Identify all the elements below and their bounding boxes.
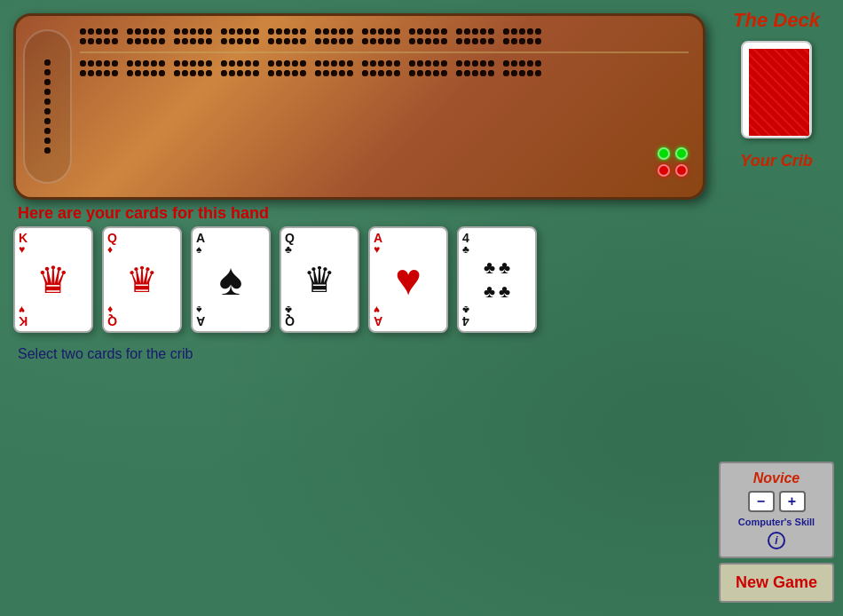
card-center-queen-c: ♛ [303, 259, 335, 300]
new-game-button[interactable]: New Game [719, 563, 834, 603]
card-queen-clubs[interactable]: Q ♣ ♛ Q ♣ [280, 226, 359, 333]
skill-panel: Novice − + Computer's Skill i [719, 462, 834, 558]
skill-buttons: − + [748, 491, 806, 512]
info-icon[interactable]: i [768, 532, 785, 549]
card-center-king: ♛ [36, 258, 70, 302]
crib-title: Your Crib [740, 152, 812, 170]
skill-minus-button[interactable]: − [748, 491, 775, 512]
right-panel: The Deck Your Crib [719, 9, 834, 170]
skill-plus-button[interactable]: + [779, 491, 806, 512]
card-center-ace-s: ♠ [219, 254, 243, 305]
card-ace-spades[interactable]: A ♠ ♠ A ♠ [191, 226, 271, 333]
card-center-ace-h: ♥ [395, 254, 422, 305]
card-queen-diamonds[interactable]: Q ♦ ♛ Q ♦ [102, 226, 182, 333]
skill-level-label: Novice [753, 470, 800, 486]
hand-label: Here are your cards for this hand [18, 204, 269, 223]
card-king-hearts[interactable]: K ♥ ♛ K ♥ [13, 226, 93, 333]
cribbage-board [13, 13, 705, 200]
select-instruction: Select two cards for the crib [18, 346, 193, 362]
deck-title: The Deck [733, 9, 820, 32]
board-left-end [23, 29, 72, 184]
cards-area: K ♥ ♛ K ♥ Q ♦ ♛ Q ♦ A ♠ ♠ A ♠ [13, 226, 537, 333]
skill-sublabel: Computer's Skill [738, 517, 815, 527]
card-center-four-c: ♣♣♣♣ [484, 257, 510, 302]
card-center-queen-d: ♛ [126, 259, 158, 300]
card-ace-hearts[interactable]: A ♥ ♥ A ♥ [368, 226, 448, 333]
card-back [745, 45, 812, 138]
deck-card[interactable] [741, 41, 812, 138]
card-four-clubs[interactable]: 4 ♣ ♣♣♣♣ 4 ♣ [457, 226, 537, 333]
